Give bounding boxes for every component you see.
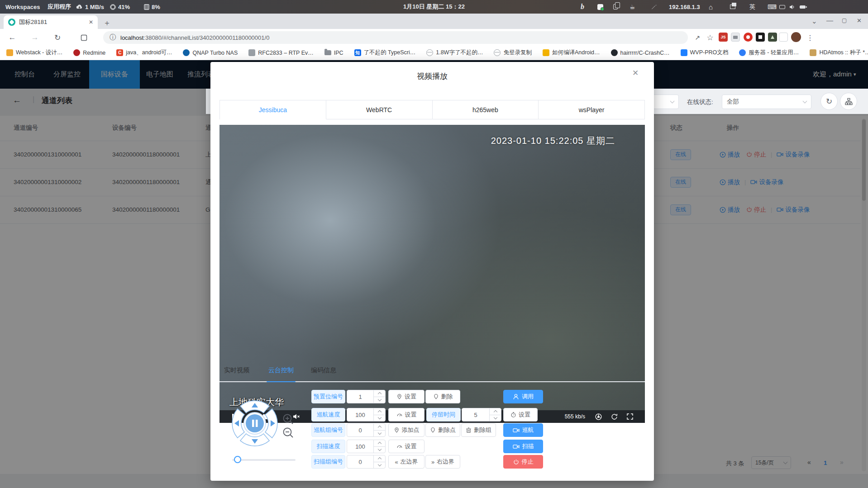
notes-extension-icon[interactable] (779, 33, 788, 42)
dialog-close-icon[interactable]: ✕ (632, 68, 639, 78)
scan-group-input[interactable]: 0 (347, 455, 386, 469)
bookmark-redmine[interactable]: Redmine (73, 49, 105, 56)
ptz-stop-button[interactable]: 停止 (503, 455, 543, 469)
number-stepper[interactable] (373, 390, 385, 403)
tab-live-video[interactable]: 实时视频 (224, 366, 249, 374)
tab-encode-info[interactable]: 编码信息 (311, 366, 336, 374)
bookmark-wvp-docs[interactable]: WVP-PRO文档 (681, 49, 729, 57)
bookmark-typescript[interactable]: 知了不起的 TypeScri… (354, 49, 416, 57)
input-language-indicator[interactable]: 英 (749, 0, 755, 14)
tab-jessibuca[interactable]: Jessibuca (220, 100, 326, 119)
bookmark-java-android[interactable]: Cjava、android可… (116, 49, 172, 57)
tab-close-icon[interactable]: ✕ (89, 19, 93, 25)
bookmark-rfc2833[interactable]: RFC2833 – RTP Ev… (248, 49, 314, 56)
number-stepper[interactable] (373, 408, 385, 421)
adblock-extension-icon[interactable] (744, 33, 753, 42)
password-extension-icon[interactable] (731, 33, 740, 42)
zoom-in-button[interactable] (282, 413, 294, 425)
ptz-speed-slider[interactable] (232, 459, 296, 461)
step-up-icon[interactable] (377, 426, 381, 429)
bookmark-qnap[interactable]: QNAP Turbo NAS (183, 49, 238, 56)
app-tray-icon[interactable] (597, 0, 603, 14)
browser-tab[interactable]: 国标28181 ✕ (4, 15, 98, 29)
bing-tray-icon[interactable]: b (581, 0, 584, 14)
slider-handle[interactable] (234, 456, 241, 463)
clock-indicator[interactable]: 1月10日 星期二 15：22 (0, 0, 868, 14)
bookmark-hdatmos[interactable]: HDAtmos :: 种子 *… (810, 49, 868, 57)
video-canvas[interactable]: 2023-01-10 15:22:05 星期二 上地科实大华 555 kb/s (219, 125, 645, 423)
battery-tray-icon[interactable] (800, 0, 806, 14)
bookmark-github-crash[interactable]: hairrrrr/C-CrashC… (611, 49, 670, 56)
number-stepper[interactable] (373, 440, 385, 453)
step-up-icon[interactable] (377, 392, 381, 396)
cruise-speed-input[interactable]: 100 (347, 408, 386, 422)
js-extension-icon[interactable]: JS (719, 33, 728, 42)
window-close-button[interactable]: ✕ (857, 17, 862, 24)
refresh-button[interactable]: ↻ (820, 93, 838, 110)
preset-number-input[interactable]: 1 (347, 390, 386, 403)
reload-button[interactable]: ↻ (52, 32, 63, 43)
step-down-icon[interactable] (493, 416, 497, 419)
step-up-icon[interactable] (377, 442, 381, 445)
tree-view-button[interactable] (840, 93, 857, 110)
site-info-icon[interactable]: ⓘ (110, 33, 116, 42)
display-tray-icon[interactable] (779, 0, 785, 14)
cruise-speed-set-button[interactable]: 设置 (388, 408, 424, 422)
step-down-icon[interactable] (377, 398, 381, 401)
tab-ptz-control[interactable]: 云台控制 (268, 366, 294, 374)
back-button[interactable]: ← (6, 32, 18, 43)
bookmark-compile-android[interactable]: 如何编译Android… (543, 49, 600, 57)
scan-speed-input[interactable]: 100 (347, 440, 386, 453)
bookmark-copy-free[interactable]: 免登录复制 (494, 49, 532, 57)
tab-wsplayer[interactable]: wsPlayer (539, 100, 644, 119)
window-maximize-button[interactable]: ▢ (842, 17, 847, 24)
window-switcher-tray-icon[interactable] (730, 0, 735, 14)
number-stepper[interactable] (489, 408, 501, 421)
step-down-icon[interactable] (377, 463, 381, 466)
coffee-tray-icon[interactable]: ☕ (630, 0, 635, 14)
url-field[interactable]: ⓘ localhost:38080/#/channelList/34020000… (103, 31, 688, 44)
mute-button[interactable] (293, 414, 300, 419)
zoom-out-button[interactable] (282, 427, 294, 439)
tab-search-icon[interactable]: ⌄ (811, 17, 817, 25)
ptz-direction-pad[interactable] (230, 398, 280, 448)
window-minimize-button[interactable]: — (826, 16, 833, 24)
ptz-center-button[interactable] (246, 414, 264, 432)
number-stepper[interactable] (373, 424, 385, 436)
bookmark-webstack[interactable]: Webstack - 设计… (6, 49, 62, 57)
preset-set-button[interactable]: 设置 (388, 390, 424, 403)
cruise-group-input[interactable]: 0 (347, 423, 386, 437)
online-status-select[interactable]: 全部 (722, 95, 811, 109)
keyboard-tray-icon[interactable]: ⌨ (768, 0, 777, 14)
preset-delete-button[interactable]: 删除 (425, 390, 460, 403)
dwell-time-input[interactable]: 5 (462, 408, 501, 422)
tab-h265web[interactable]: h265web (433, 100, 539, 119)
tool-tray-icon[interactable] (651, 0, 657, 14)
share-icon[interactable]: ↗ (692, 32, 703, 43)
number-stepper[interactable] (373, 455, 385, 468)
cruise-delete-point-button[interactable]: 删除点 (425, 423, 460, 437)
snapshot-button[interactable] (595, 413, 602, 420)
bookmark-18w[interactable]: 1.8W字了不起的… (426, 49, 483, 57)
home-tray-icon[interactable]: ⌂ (709, 0, 713, 14)
profile-avatar[interactable] (791, 32, 801, 42)
step-down-icon[interactable] (377, 431, 381, 435)
scan-speed-set-button[interactable]: 设置 (388, 440, 424, 453)
scan-right-boundary-button[interactable]: » 右边界 (425, 455, 460, 469)
step-up-icon[interactable] (377, 410, 381, 414)
step-up-icon[interactable] (493, 410, 497, 414)
pine-extension-icon[interactable] (768, 33, 777, 42)
scan-left-boundary-button[interactable]: « 左边界 (388, 455, 424, 469)
dwell-time-set-button[interactable]: 设置 (503, 408, 538, 422)
new-tab-button[interactable]: ＋ (103, 18, 111, 28)
step-up-icon[interactable] (377, 457, 381, 461)
scan-start-button[interactable]: 扫描 (503, 440, 543, 453)
screenshot-extension-icon[interactable] (756, 33, 765, 42)
step-down-icon[interactable] (377, 416, 381, 419)
bookmark-ipc-folder[interactable]: IPC (324, 50, 343, 56)
preset-call-button[interactable]: 调用 (503, 390, 543, 403)
cruise-add-point-button[interactable]: 添加点 (388, 423, 424, 437)
volume-tray-icon[interactable] (790, 0, 795, 14)
forward-button[interactable]: → (29, 32, 41, 43)
side-panel-icon[interactable] (78, 32, 90, 43)
